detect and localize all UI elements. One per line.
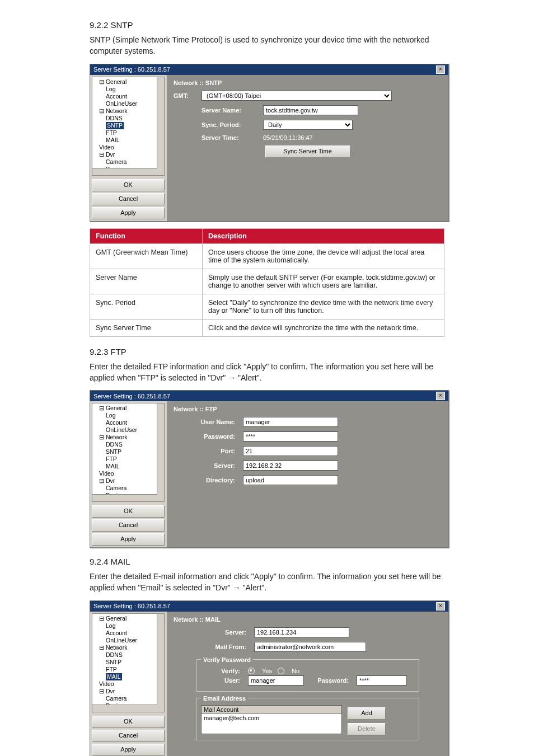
apply-button[interactable]: Apply [92,744,165,756]
tree-video[interactable]: Video [95,680,164,688]
ftp-form: Network :: FTP User Name: Password: Port… [167,401,448,547]
verify-no-radio[interactable] [278,668,284,674]
tree-ddns[interactable]: DDNS [95,115,164,122]
close-icon[interactable]: × [436,65,445,74]
gmt-select[interactable]: (GMT+08:00) Taipei [202,91,392,101]
mail-account-row[interactable]: manager@tech.com [202,714,341,722]
ftp-dir-label: Directory: [174,477,243,483]
window-title-text: Server Setting : 60.251.8.57 [93,393,170,400]
mail-pwd-label: Password: [304,677,357,684]
tree-network[interactable]: ⊟ Network [95,107,164,115]
nav-tree[interactable]: ⊟ General Log Account OnLineUser ⊟ Netwo… [92,403,165,502]
tree-mail[interactable]: MAIL [95,673,164,680]
server-name-input[interactable] [263,105,358,115]
nav-tree[interactable]: ⊟ General Log Account OnLineUser ⊟ Netwo… [92,77,165,176]
apply-button[interactable]: Apply [92,207,165,219]
verify-password-legend: Verify Password [201,656,253,663]
tree-ddns[interactable]: DDNS [95,441,164,448]
mail-from-input[interactable] [254,642,366,652]
tree-sntp[interactable]: SNTP [95,659,164,666]
mail-from-label: Mail From: [196,644,254,650]
tree-account[interactable]: Account [95,93,164,100]
verify-label: Verify: [201,668,248,674]
form-title: Network :: FTP [174,406,442,412]
scrollbar-vertical[interactable] [157,77,164,175]
mail-form: Network :: MAIL Server: Mail From: Verif… [167,612,448,756]
scrollbar-horizontal[interactable] [92,705,157,712]
scrollbar-horizontal[interactable] [92,168,157,175]
heading-mail: 9.2.4 MAIL [90,557,444,566]
tree-general[interactable]: ⊟ General [95,615,164,622]
tree-camera[interactable]: Camera [95,485,164,492]
sync-server-time-button[interactable]: Sync Server Time [265,145,350,158]
sntp-form: Network :: SNTP GMT: (GMT+08:00) Taipei … [167,75,448,221]
tree-log[interactable]: Log [95,622,164,630]
sntp-function-table: Function Description GMT (Greenwich Mean… [90,228,444,337]
tree-ddns[interactable]: DDNS [95,651,164,659]
tree-onlineuser[interactable]: OnLineUser [95,426,164,434]
tree-network[interactable]: ⊟ Network [95,434,164,441]
tree-video[interactable]: Video [95,144,164,151]
scrollbar-horizontal[interactable] [92,494,157,501]
tree-ftp[interactable]: FTP [95,129,164,137]
tree-ftp[interactable]: FTP [95,666,164,673]
window-titlebar: Server Setting : 60.251.8.57 × [90,391,448,401]
ftp-dir-input[interactable] [243,475,338,485]
heading-ftp: 9.2.3 FTP [90,347,444,356]
tree-video[interactable]: Video [95,470,164,477]
tree-log[interactable]: Log [95,412,164,419]
tree-dvr[interactable]: ⊟ Dvr [95,477,164,485]
nav-tree[interactable]: ⊟ General Log Account OnLineUser ⊟ Netwo… [92,613,165,712]
scrollbar-vertical[interactable] [157,614,164,712]
ftp-pwd-label: Password: [174,433,243,440]
mail-user-input[interactable] [248,675,304,685]
close-icon[interactable]: × [436,602,445,611]
tree-general[interactable]: ⊟ General [95,405,164,412]
tree-general[interactable]: ⊟ General [95,78,164,86]
tree-ftp[interactable]: FTP [95,456,164,463]
ok-button[interactable]: OK [92,505,165,518]
server-time-value: 05/21/09,11:36:47 [263,134,313,141]
mail-server-input[interactable] [254,627,349,637]
intro-mail: Enter the detailed E-mail information an… [90,571,444,594]
window-title-text: Server Setting : 60.251.8.57 [93,66,170,73]
ftp-window: Server Setting : 60.251.8.57 × ⊟ General… [90,390,449,548]
add-button[interactable]: Add [348,707,386,720]
sync-period-select[interactable]: Daily [263,120,353,130]
tree-sntp[interactable]: SNTP [95,122,164,129]
cancel-button[interactable]: Cancel [92,519,165,532]
apply-button[interactable]: Apply [92,533,165,546]
tree-network[interactable]: ⊟ Network [95,644,164,651]
ftp-pwd-input[interactable] [243,431,338,442]
tree-dvr[interactable]: ⊟ Dvr [95,151,164,158]
tree-mail[interactable]: MAIL [95,463,164,470]
mail-account-list[interactable]: Mail Account manager@tech.com [201,705,342,734]
mail-server-label: Server: [196,629,254,636]
ftp-server-input[interactable] [243,461,338,471]
window-titlebar: Server Setting : 60.251.8.57 × [90,601,448,612]
tree-log[interactable]: Log [95,86,164,93]
verify-yes-radio[interactable] [248,668,255,674]
cancel-button[interactable]: Cancel [92,193,165,205]
mail-pwd-input[interactable] [357,675,407,685]
ftp-user-input[interactable] [243,417,338,427]
tree-camera[interactable]: Camera [95,158,164,166]
scrollbar-vertical[interactable] [157,403,164,501]
tree-mail[interactable]: MAIL [95,137,164,144]
ok-button[interactable]: OK [92,179,165,191]
tree-camera[interactable]: Camera [95,695,164,702]
row-gmt-desc: Once users choose the time zone, the dev… [203,243,444,269]
tree-onlineuser[interactable]: OnLineUser [95,637,164,644]
tree-account[interactable]: Account [95,630,164,637]
tree-dvr[interactable]: ⊟ Dvr [95,688,164,695]
row-gmt-fn: GMT (Greenwich Mean Time) [90,243,203,269]
tree-sntp[interactable]: SNTP [95,448,164,456]
close-icon[interactable]: × [436,392,445,400]
ftp-port-input[interactable] [243,446,338,456]
ok-button[interactable]: OK [92,716,165,728]
tree-onlineuser[interactable]: OnLineUser [95,100,164,107]
cancel-button[interactable]: Cancel [92,730,165,742]
delete-button[interactable]: Delete [348,723,386,735]
tree-account[interactable]: Account [95,419,164,426]
verify-no-label: No [292,668,299,674]
